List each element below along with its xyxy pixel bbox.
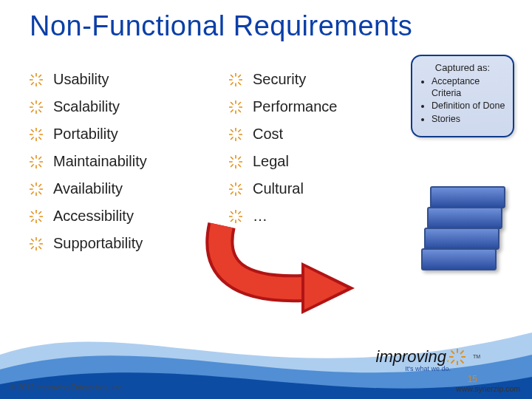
list-item-label: Accessibility <box>53 208 134 225</box>
list-item: Availability <box>30 180 214 197</box>
burst-icon <box>30 183 43 196</box>
left-column: Usability Scalability Portability Mainta… <box>30 71 214 252</box>
slide-title: Non-Functional Requirements <box>30 10 412 42</box>
blue-stack-graphic <box>423 186 502 275</box>
burst-icon <box>229 155 242 168</box>
list-item: Usability <box>30 71 214 88</box>
burst-icon <box>229 100 242 114</box>
list-item-label: Security <box>253 71 306 88</box>
list-item: Security <box>229 71 392 88</box>
list-item: Cost <box>229 126 392 143</box>
footer-url: www.synerzip.com <box>456 384 520 393</box>
list-item-label: Cultural <box>253 180 304 197</box>
list-item: Accessibility <box>30 208 214 225</box>
list-item-label: Performance <box>253 98 338 115</box>
list-item-label: Scalability <box>53 98 120 115</box>
burst-icon <box>30 155 43 168</box>
burst-icon <box>30 210 43 223</box>
list-item-label: Portability <box>53 126 118 143</box>
burst-icon <box>229 73 242 86</box>
blue-swoosh-graphic <box>0 288 532 399</box>
brand-wordmark: improving. <box>376 347 451 366</box>
list-item-label: Maintainability <box>53 153 147 170</box>
burst-icon <box>449 349 466 365</box>
brand-logo: improving. It's what we do. <box>376 347 451 372</box>
list-item: Scalability <box>30 98 214 115</box>
list-item: Legal <box>229 153 392 170</box>
trademark-text: TM <box>473 354 480 359</box>
list-item: Supportability <box>30 235 214 252</box>
list-item-label: Cost <box>253 126 283 143</box>
list-item-label: Legal <box>253 153 289 170</box>
list-item: Portability <box>30 126 214 143</box>
list-item-label: Usability <box>53 71 109 88</box>
list-item-label: Availability <box>53 180 123 197</box>
burst-icon <box>30 100 43 114</box>
list-item: Cultural <box>229 180 392 197</box>
burst-icon <box>30 128 43 141</box>
copyright-text: © 2012 Improving Enterprises, Inc. <box>10 383 124 392</box>
page-number: 15 <box>468 374 477 384</box>
burst-icon <box>30 73 43 86</box>
burst-icon <box>30 237 43 250</box>
list-item-label: Supportability <box>53 235 143 252</box>
list-item: Performance <box>229 98 392 115</box>
burst-icon <box>229 128 242 141</box>
burst-icon <box>229 183 242 196</box>
list-item: Maintainability <box>30 153 214 170</box>
